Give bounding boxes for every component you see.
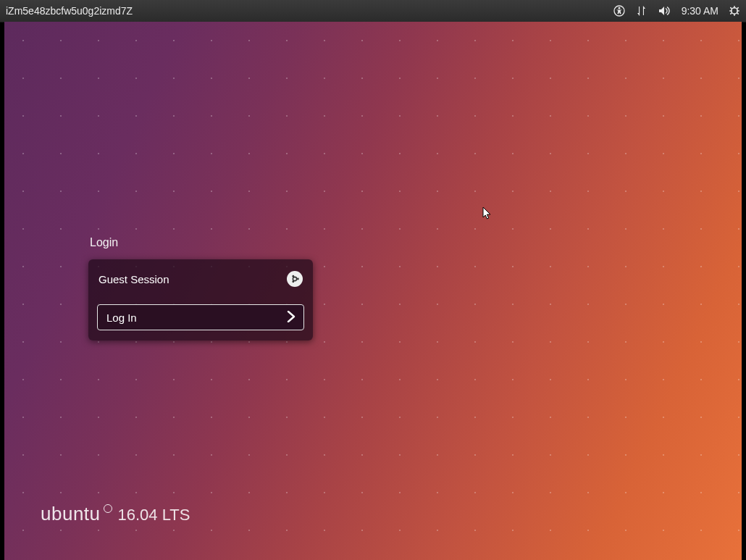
ubuntu-session-icon[interactable] — [287, 271, 303, 287]
login-button[interactable]: Log In — [97, 304, 304, 330]
session-row[interactable]: Guest Session — [97, 267, 304, 291]
svg-point-14 — [292, 280, 294, 283]
accessibility-icon[interactable] — [613, 5, 625, 17]
clock-label[interactable]: 9:30 AM — [682, 5, 718, 17]
login-area: Login Guest Session Log In — [88, 236, 313, 340]
login-panel: Guest Session Log In — [88, 259, 313, 340]
top-menubar: iZm5e48zbcfw5u0g2izmd7Z 9:30 AM — [0, 0, 746, 22]
login-button-label: Log In — [106, 312, 137, 324]
brand-footer: ubuntu 16.04 LTS — [41, 503, 190, 525]
session-name-label: Guest Session — [99, 273, 169, 285]
svg-rect-6 — [737, 10, 739, 12]
svg-rect-5 — [729, 10, 732, 12]
svg-rect-3 — [734, 6, 735, 9]
chevron-right-icon — [286, 311, 296, 325]
power-icon[interactable] — [729, 5, 740, 17]
svg-point-2 — [732, 8, 737, 14]
network-icon[interactable] — [635, 5, 648, 17]
volume-icon[interactable] — [658, 5, 671, 17]
menubar-indicators: 9:30 AM — [613, 5, 740, 17]
mouse-cursor-icon — [482, 206, 493, 224]
registered-mark-icon — [104, 504, 112, 513]
svg-point-13 — [292, 275, 294, 277]
svg-point-12 — [297, 278, 299, 280]
login-title: Login — [90, 236, 313, 249]
brand-version: 16.04 LTS — [118, 506, 190, 525]
svg-point-11 — [293, 277, 296, 280]
hostname-label: iZm5e48zbcfw5u0g2izmd7Z — [6, 5, 133, 17]
desktop-background: Login Guest Session Log In ubuntu 16.04 … — [4, 22, 742, 560]
svg-rect-4 — [734, 13, 735, 16]
brand-name: ubuntu — [41, 503, 101, 525]
svg-point-1 — [618, 7, 620, 9]
